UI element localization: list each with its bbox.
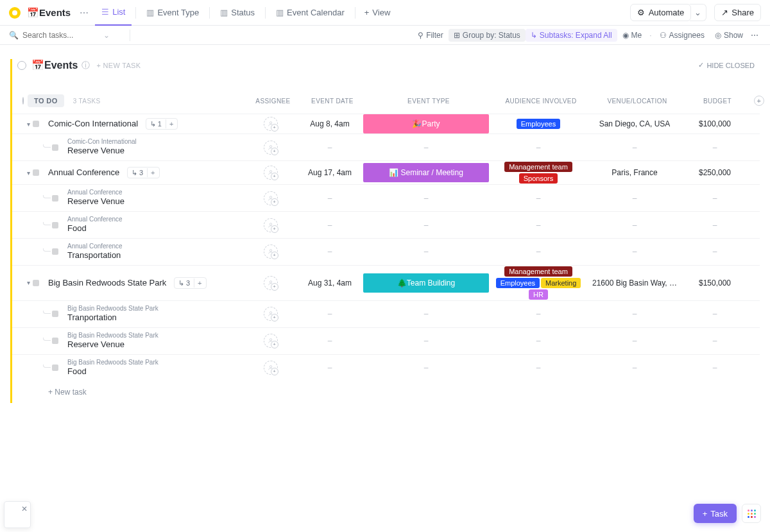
subtask-name[interactable]: Transportation <box>67 250 243 261</box>
view-tab-list[interactable]: ☰ List <box>95 0 132 26</box>
status-box[interactable] <box>52 311 58 317</box>
subtask-name[interactable]: Food <box>67 223 243 234</box>
cell[interactable]: – <box>683 301 747 327</box>
automate-button[interactable]: ⚙ Automate <box>630 4 692 21</box>
expand-caret-icon[interactable]: ▾ <box>27 169 30 176</box>
cell[interactable]: – <box>683 134 747 160</box>
audience-tag[interactable]: Marketing <box>541 278 581 288</box>
cell[interactable]: – <box>362 355 490 381</box>
cell[interactable]: – <box>298 212 362 238</box>
subtask-count-chip[interactable]: ↳ 3+ <box>174 277 207 289</box>
assignees-button[interactable]: ⚇ Assignees <box>654 29 710 42</box>
cell[interactable]: – <box>362 134 490 160</box>
assignee-avatar[interactable] <box>264 141 278 155</box>
cell[interactable]: – <box>490 239 586 265</box>
status-pill[interactable]: TO DO <box>28 94 64 107</box>
search-input[interactable] <box>22 31 99 40</box>
status-box[interactable] <box>33 121 39 127</box>
cell[interactable]: – <box>490 301 586 327</box>
subtask-row[interactable]: Big Basin Redwoods State Park Tranportat… <box>12 300 760 327</box>
cell[interactable]: – <box>586 328 683 354</box>
col-audience[interactable]: AUDIENCE INVOLVED <box>493 98 589 105</box>
subtask-count-chip[interactable]: ↳ 3+ <box>127 167 160 178</box>
cell[interactable]: – <box>490 355 586 381</box>
view-tab-calendar[interactable]: ▥ Event Calendar <box>270 0 351 26</box>
audience-tags[interactable]: Management teamSponsors <box>490 161 586 184</box>
event-type-pill[interactable]: 🌲Team Building <box>363 273 489 293</box>
cell[interactable]: – <box>586 134 683 160</box>
subtask-name[interactable]: Reserve Venue <box>67 339 243 350</box>
assignee-avatar[interactable] <box>264 191 278 205</box>
cell[interactable]: – <box>298 239 362 265</box>
subtask-row[interactable]: Comic-Con International Reserve Venue – … <box>12 133 760 160</box>
status-box[interactable] <box>33 280 39 286</box>
cell[interactable]: – <box>362 212 490 238</box>
task-row[interactable]: ▾ Comic-Con International ↳ 1+ Aug 8, 4a… <box>12 114 760 133</box>
task-row[interactable]: ▾ Big Basin Redwoods State Park ↳ 3+ Aug… <box>12 265 760 300</box>
subtask-add-icon[interactable]: + <box>147 168 155 177</box>
subtasks-button[interactable]: ↳ Subtasks: Expand All <box>526 29 617 42</box>
status-box[interactable] <box>52 365 58 371</box>
cell[interactable]: $100,000 <box>683 114 747 133</box>
col-date[interactable]: EVENT DATE <box>300 98 364 105</box>
task-name[interactable]: Annual Conference ↳ 3+ <box>48 167 243 178</box>
audience-tag[interactable]: Employees <box>496 278 540 288</box>
status-box[interactable] <box>52 144 58 151</box>
cell[interactable]: Aug 8, 4am <box>298 114 362 133</box>
add-view-button[interactable]: + View <box>359 8 396 17</box>
assignee-cell[interactable] <box>243 114 298 133</box>
cell[interactable]: – <box>362 301 490 327</box>
event-type-pill[interactable]: 🎉Party <box>363 114 489 133</box>
expand-caret-icon[interactable]: ▾ <box>27 279 30 286</box>
cell[interactable]: – <box>362 239 490 265</box>
audience-tag[interactable]: Management team <box>504 266 572 277</box>
assignee-avatar[interactable] <box>264 245 278 259</box>
task-name[interactable]: Comic-Con International ↳ 1+ <box>48 118 243 130</box>
assignee-cell[interactable] <box>243 185 298 211</box>
cell[interactable]: – <box>683 355 747 381</box>
assignee-cell[interactable] <box>243 134 298 160</box>
cell[interactable]: – <box>490 212 586 238</box>
search-dropdown[interactable]: ⌄ <box>103 31 110 40</box>
subtask-name[interactable]: Reserve Venue <box>67 196 243 207</box>
hide-closed-button[interactable]: ✓ HIDE CLOSED <box>698 61 755 69</box>
audience-tag[interactable]: Management team <box>504 162 572 172</box>
cell[interactable]: – <box>298 355 362 381</box>
cell[interactable]: Aug 31, 4am <box>298 266 362 300</box>
cell[interactable]: – <box>586 355 683 381</box>
expand-caret-icon[interactable]: ▾ <box>27 121 30 128</box>
col-venue[interactable]: VENUE/LOCATION <box>589 98 685 105</box>
cell[interactable]: $250,000 <box>683 161 747 184</box>
show-button[interactable]: ◎ Show <box>710 29 748 42</box>
cell[interactable]: – <box>362 185 490 211</box>
task-name[interactable]: Big Basin Redwoods State Park ↳ 3+ <box>48 277 243 289</box>
status-box[interactable] <box>52 248 58 255</box>
share-button[interactable]: ↗ Share <box>714 4 761 21</box>
venue-cell[interactable]: Paris, France <box>586 161 683 184</box>
filter-button[interactable]: ⚲ Filter <box>413 29 449 42</box>
col-budget[interactable]: BUDGET <box>685 98 749 105</box>
col-type[interactable]: EVENT TYPE <box>364 98 493 105</box>
status-box[interactable] <box>52 338 58 344</box>
assignee-cell[interactable] <box>243 301 298 327</box>
status-box[interactable] <box>52 222 58 228</box>
list-title[interactable]: 📅Events <box>27 7 71 19</box>
cell[interactable]: – <box>586 212 683 238</box>
venue-cell[interactable]: San Diego, CA, USA <box>586 114 683 133</box>
assignee-avatar[interactable] <box>264 307 278 321</box>
cell[interactable]: – <box>586 301 683 327</box>
subtask-name[interactable]: Reserve Venue <box>67 146 243 157</box>
assignee-cell[interactable] <box>243 212 298 238</box>
me-button[interactable]: ◉ Me <box>617 29 647 42</box>
assignee-cell[interactable] <box>243 328 298 354</box>
subtask-count-chip[interactable]: ↳ 1+ <box>146 118 178 130</box>
subtask-row[interactable]: Big Basin Redwoods State Park Reserve Ve… <box>12 327 760 354</box>
add-column-button[interactable]: + <box>749 96 769 106</box>
cell[interactable]: – <box>683 212 747 238</box>
subtask-row[interactable]: Big Basin Redwoods State Park Food – – –… <box>12 354 760 381</box>
assignee-avatar[interactable] <box>264 166 278 180</box>
subtask-row[interactable]: Annual Conference Food – – – – – <box>12 211 760 238</box>
task-row[interactable]: ▾ Annual Conference ↳ 3+ Aug 17, 4am 📊 S… <box>12 160 760 184</box>
cell[interactable]: – <box>490 185 586 211</box>
more-icon[interactable]: ⋯ <box>748 31 761 40</box>
